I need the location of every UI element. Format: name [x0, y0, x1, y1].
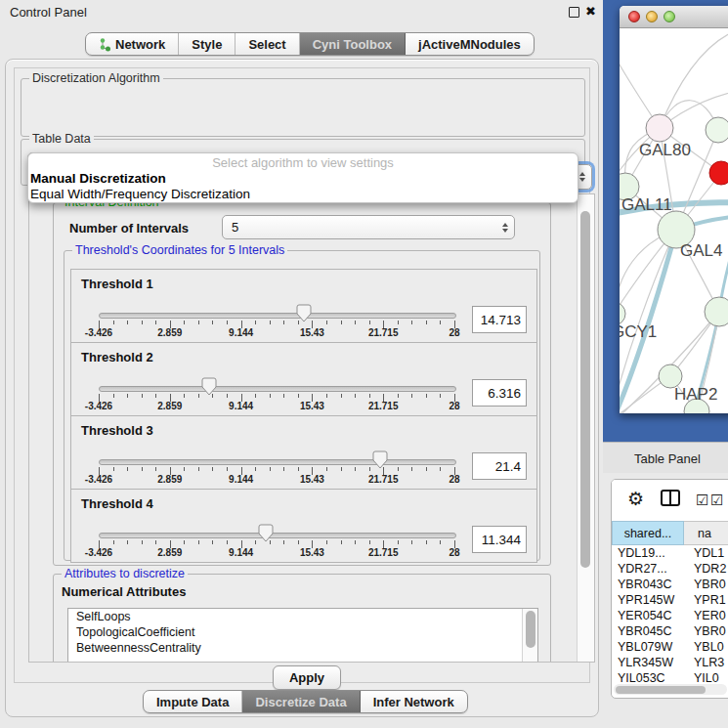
table-header: shared... na	[612, 521, 728, 545]
close-traffic-light-icon[interactable]	[628, 11, 640, 22]
node-partial-top[interactable]	[706, 117, 728, 143]
discretization-algorithm-group-label: Discretization Algorithm	[29, 71, 163, 85]
slider-tick	[270, 321, 271, 324]
tab-discretize-data[interactable]: Discretize Data	[242, 691, 360, 712]
table-row[interactable]: YPR145WYPR1	[612, 592, 728, 608]
tab-label: Infer Network	[373, 695, 454, 709]
combo-stepper-icon[interactable]	[496, 216, 514, 238]
node-label: GAL80	[639, 141, 691, 159]
slider-tick	[411, 321, 412, 324]
slider-tick	[369, 394, 370, 398]
threshold-value-field[interactable]: 21.4	[472, 452, 527, 480]
gear-icon[interactable]: ⚙	[627, 488, 644, 510]
checkbox-icon[interactable]: ☑	[710, 492, 723, 509]
number-of-intervals-combobox[interactable]: 5	[222, 215, 515, 239]
column-split-icon[interactable]	[661, 490, 680, 510]
control-panel-titlebar: Control Panel ✖	[0, 0, 603, 23]
tab-infer-network[interactable]: Infer Network	[361, 691, 467, 712]
table-hscrollbar-thumb[interactable]	[616, 686, 706, 694]
tab-label: Style	[192, 37, 222, 52]
slider-tick-label: 9.144	[218, 401, 265, 411]
table-row[interactable]: YLR345WYLR3	[612, 655, 728, 670]
attribute-list-item[interactable]: BetweennessCentrality	[68, 640, 537, 656]
slider-tick-label: 28	[431, 327, 478, 338]
settings-scrollbar[interactable]	[577, 194, 594, 662]
checkbox-icon[interactable]: ☑	[696, 492, 708, 509]
slider-track[interactable]	[99, 533, 456, 538]
slider-tick	[184, 467, 185, 471]
slider-tick	[369, 540, 370, 544]
table-row[interactable]: YBL079WYBL0	[612, 639, 728, 655]
attribute-list-item[interactable]: TopologicalCoefficient	[68, 624, 537, 640]
minimize-traffic-light-icon[interactable]	[646, 11, 658, 22]
slider-tick	[184, 540, 185, 544]
table-row[interactable]: YDL19...YDL1	[612, 545, 728, 561]
network-window-titlebar[interactable]	[620, 6, 728, 28]
node-right[interactable]	[705, 297, 728, 326]
slider-tick	[155, 467, 156, 471]
algorithm-option[interactable]: Equal Width/Frequency Discretization	[28, 187, 578, 202]
tab-cyni-toolbox[interactable]: Cyni Toolbox	[300, 33, 406, 55]
node-gal80[interactable]	[646, 114, 673, 142]
network-icon	[99, 37, 110, 52]
slider-tick-label: 2.859	[147, 547, 193, 558]
slider-tick	[155, 321, 156, 324]
table-horizontal-scrollbar[interactable]	[614, 684, 727, 695]
threshold-label: Threshold 3	[81, 423, 153, 438]
algorithm-option[interactable]: Manual Discretization	[28, 171, 578, 187]
slider-handle[interactable]	[258, 524, 274, 542]
table-toolbar: ⚙ ☑ ☑	[612, 480, 728, 519]
node-red-selected[interactable]	[709, 161, 728, 185]
slider-track[interactable]	[99, 313, 456, 319]
tab-select[interactable]: Select	[236, 33, 299, 55]
slider-tick-label: 2.859	[147, 474, 193, 485]
cell-shared-name: YPR145W	[612, 592, 684, 608]
network-window: GAL80 G. C GAL11 GAL4 GCY1 H HAP2	[620, 6, 728, 413]
table-row[interactable]: YER054CYER0	[612, 608, 728, 623]
tab-label: jActiveMNodules	[418, 37, 521, 52]
slider-handle[interactable]	[372, 450, 388, 469]
slider-handle[interactable]	[201, 377, 217, 396]
slider-tick	[341, 321, 342, 324]
tab-jactivemnodules[interactable]: jActiveMNodules	[406, 33, 534, 55]
table-row[interactable]: YBR045CYBR0	[612, 623, 728, 639]
table-row[interactable]: YBR043CYBR0	[612, 577, 728, 592]
attributes-scrollbar[interactable]	[522, 609, 537, 663]
numerical-attributes-header: Numerical Attributes	[62, 584, 186, 599]
table-row[interactable]: YDR27...YDR2	[612, 561, 728, 577]
column-header-shared[interactable]: shared...	[612, 521, 684, 545]
close-icon[interactable]: ✖	[585, 4, 596, 19]
table-panel-titlebar[interactable]: Table Panel	[603, 442, 728, 475]
slider-tick	[341, 467, 342, 471]
numerical-attributes-list[interactable]: SelfLoopsTopologicalCoefficientBetweenne…	[67, 608, 538, 663]
network-canvas[interactable]: GAL80 G. C GAL11 GAL4 GCY1 H HAP2	[620, 28, 728, 413]
threshold-panel: Threshold 1-3.4262.8599.14415.4321.71528…	[70, 269, 537, 343]
zoom-traffic-light-icon[interactable]	[664, 11, 675, 22]
attributes-scrollbar-thumb[interactable]	[526, 611, 535, 648]
threshold-value-field[interactable]: 11.344	[472, 526, 527, 553]
threshold-value-field[interactable]: 6.316	[472, 379, 527, 407]
tab-impute-data[interactable]: Impute Data	[144, 691, 242, 712]
attribute-list-item[interactable]: SelfLoops	[68, 609, 537, 624]
settings-scrollbar-thumb[interactable]	[580, 211, 590, 568]
slider-tick	[212, 321, 213, 324]
tab-style[interactable]: Style	[179, 33, 236, 55]
settings-scrollpane: Interval Definition Number of Intervals …	[28, 193, 595, 663]
slider-tick	[155, 394, 156, 398]
float-window-icon[interactable]	[569, 7, 579, 18]
slider-tick	[142, 394, 143, 398]
slider-track[interactable]	[99, 459, 456, 465]
slider-track[interactable]	[99, 386, 456, 392]
column-header-name[interactable]: na	[684, 521, 728, 545]
slider-handle[interactable]	[296, 304, 312, 322]
network-graph: GAL80 G. C GAL11 GAL4 GCY1 H HAP2	[620, 28, 728, 413]
slider-tick	[283, 467, 284, 471]
slider-tick	[127, 394, 128, 398]
slider-tick-label: -3.426	[75, 401, 122, 411]
apply-button[interactable]: Apply	[273, 665, 341, 690]
algorithm-dropdown-popup: Select algorithm to view settings Manual…	[27, 152, 578, 203]
discretize-content-panel: Discretization Algorithm Select algorith…	[14, 67, 590, 683]
threshold-value-field[interactable]: 14.713	[472, 306, 527, 333]
slider-tick	[255, 540, 256, 544]
tab-network[interactable]: Network	[86, 33, 179, 55]
